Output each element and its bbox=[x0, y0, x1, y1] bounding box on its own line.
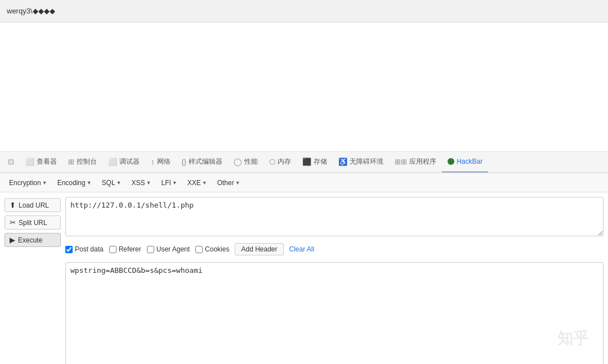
xxe-label: XXE bbox=[187, 179, 201, 187]
sql-dropdown-icon: ▼ bbox=[117, 180, 122, 186]
browser-topbar: werqy3\◆◆◆◆ bbox=[0, 0, 608, 23]
tab-applications-label: 应用程序 bbox=[409, 157, 436, 167]
tab-storage-label: 存储 bbox=[314, 157, 327, 167]
tab-console-label: 控制台 bbox=[77, 157, 97, 167]
encoding-dropdown-icon: ▼ bbox=[87, 180, 92, 186]
post-data-label: Post data bbox=[75, 245, 104, 253]
encryption-dropdown-icon: ▼ bbox=[42, 180, 47, 186]
menu-other[interactable]: Other ▼ bbox=[213, 177, 245, 188]
lfi-label: LFI bbox=[161, 179, 171, 187]
page-title: werqy3\◆◆◆◆ bbox=[7, 7, 55, 15]
network-icon: ↕ bbox=[151, 158, 155, 166]
xss-label: XSS bbox=[132, 179, 145, 187]
load-url-button[interactable]: ⬆ Load URL bbox=[5, 198, 61, 212]
execute-button[interactable]: ▶ Execute bbox=[5, 233, 61, 247]
debugger-icon: ⬜ bbox=[108, 158, 117, 166]
cookies-label: Cookies bbox=[205, 245, 229, 253]
other-label: Other bbox=[217, 179, 234, 187]
hackbar-menu: Encryption ▼ Encoding ▼ SQL ▼ XSS ▼ LFI … bbox=[5, 177, 245, 188]
menu-xxe[interactable]: XXE ▼ bbox=[183, 177, 212, 188]
menu-encoding[interactable]: Encoding ▼ bbox=[53, 177, 96, 188]
post-data-checkbox-label[interactable]: Post data bbox=[65, 245, 104, 253]
xxe-dropdown-icon: ▼ bbox=[202, 180, 207, 186]
menu-sql[interactable]: SQL ▼ bbox=[97, 177, 126, 188]
tab-style-editor-label: 样式编辑器 bbox=[189, 157, 222, 167]
post-data-input[interactable]: wpstring=ABBCCD&b=s&pcs=whoami bbox=[65, 262, 603, 364]
tab-accessibility-label: 无障碍环境 bbox=[350, 157, 383, 167]
tab-elements[interactable]: ⬜ 查看器 bbox=[20, 152, 62, 173]
menu-xss[interactable]: XSS ▼ bbox=[127, 177, 156, 188]
referer-label: Referer bbox=[119, 245, 141, 253]
execute-label: Execute bbox=[18, 236, 42, 244]
cookies-checkbox[interactable] bbox=[195, 246, 203, 253]
encryption-label: Encryption bbox=[9, 179, 41, 187]
hackbar-button-group: ⬆ Load URL ✂ Split URL ▶ Execute bbox=[5, 197, 61, 364]
tab-applications[interactable]: ⊞⊞ 应用程序 bbox=[389, 152, 442, 173]
tab-accessibility[interactable]: ♿ 无障碍环境 bbox=[333, 152, 389, 173]
tab-style-editor[interactable]: {} 样式编辑器 bbox=[176, 152, 229, 173]
tab-network[interactable]: ↕ 网络 bbox=[145, 152, 176, 173]
tab-performance-label: 性能 bbox=[244, 157, 258, 167]
user-agent-label: User Agent bbox=[157, 245, 190, 253]
post-data-checkbox[interactable] bbox=[65, 246, 73, 253]
accessibility-icon: ♿ bbox=[338, 158, 347, 166]
sql-label: SQL bbox=[102, 179, 115, 187]
tab-storage[interactable]: ⬛ 存储 bbox=[297, 152, 333, 173]
tab-inspect[interactable]: ⊡ bbox=[2, 152, 20, 173]
menu-encryption[interactable]: Encryption ▼ bbox=[5, 177, 52, 188]
split-url-icon: ✂ bbox=[10, 218, 16, 227]
user-agent-checkbox-label[interactable]: User Agent bbox=[147, 245, 190, 253]
hackbar-right-content: http://127.0.0.1/shell/1.php Post data R… bbox=[65, 197, 603, 364]
hackbar-panel: ⬆ Load URL ✂ Split URL ▶ Execute http://… bbox=[0, 192, 608, 364]
inspect-icon: ⊡ bbox=[8, 158, 14, 166]
split-url-label: Split URL bbox=[19, 219, 47, 227]
xss-dropdown-icon: ▼ bbox=[146, 180, 151, 186]
split-url-button[interactable]: ✂ Split URL bbox=[5, 215, 61, 230]
add-header-label: Add Header bbox=[241, 245, 277, 253]
performance-icon: ◯ bbox=[234, 158, 242, 166]
referer-checkbox[interactable] bbox=[109, 246, 117, 253]
tab-debugger-label: 调试器 bbox=[119, 157, 140, 167]
tab-performance[interactable]: ◯ 性能 bbox=[228, 152, 263, 173]
load-url-label: Load URL bbox=[19, 201, 49, 209]
add-header-button[interactable]: Add Header bbox=[235, 243, 283, 255]
lfi-dropdown-icon: ▼ bbox=[172, 180, 177, 186]
devtools-tabbar: ⊡ ⬜ 查看器 ⊞ 控制台 ⬜ 调试器 ↕ 网络 {} 样式编辑器 ◯ 性能 ⬡… bbox=[0, 152, 608, 173]
tab-console[interactable]: ⊞ 控制台 bbox=[62, 152, 102, 173]
clear-all-button[interactable]: Clear All bbox=[289, 245, 315, 253]
tab-memory[interactable]: ⬡ 内存 bbox=[263, 152, 297, 173]
tab-memory-label: 内存 bbox=[278, 157, 291, 167]
options-row: Post data Referer User Agent Cookies Add… bbox=[65, 241, 603, 258]
main-content-area bbox=[0, 23, 608, 152]
menu-lfi[interactable]: LFI ▼ bbox=[157, 177, 181, 188]
storage-icon: ⬛ bbox=[302, 158, 311, 166]
url-input[interactable]: http://127.0.0.1/shell/1.php bbox=[65, 197, 603, 236]
clear-all-label: Clear All bbox=[289, 245, 315, 253]
style-editor-icon: {} bbox=[182, 158, 187, 166]
user-agent-checkbox[interactable] bbox=[147, 246, 154, 253]
cookies-checkbox-label[interactable]: Cookies bbox=[195, 245, 229, 253]
tab-debugger[interactable]: ⬜ 调试器 bbox=[102, 152, 145, 173]
tab-hackbar-label: HackBar bbox=[457, 158, 482, 165]
hackbar-dot-icon bbox=[448, 158, 454, 165]
referer-checkbox-label[interactable]: Referer bbox=[109, 245, 141, 253]
load-url-icon: ⬆ bbox=[10, 201, 16, 209]
encoding-label: Encoding bbox=[57, 179, 86, 187]
console-icon: ⊞ bbox=[68, 158, 74, 166]
applications-icon: ⊞⊞ bbox=[395, 158, 407, 166]
tab-hackbar[interactable]: HackBar bbox=[442, 152, 488, 173]
tab-network-label: 网络 bbox=[157, 157, 171, 167]
tab-elements-label: 查看器 bbox=[37, 157, 57, 167]
execute-icon: ▶ bbox=[10, 236, 15, 244]
elements-icon: ⬜ bbox=[25, 158, 34, 166]
memory-icon: ⬡ bbox=[269, 158, 275, 166]
hackbar-toolbar: Encryption ▼ Encoding ▼ SQL ▼ XSS ▼ LFI … bbox=[0, 173, 608, 192]
other-dropdown-icon: ▼ bbox=[235, 180, 240, 186]
